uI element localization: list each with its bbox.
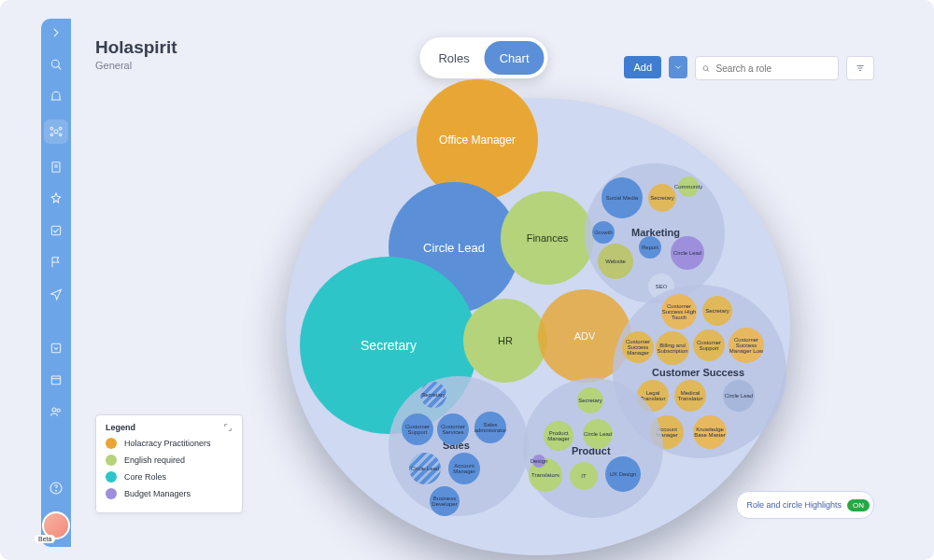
product-role[interactable]: UX Design [605, 456, 641, 492]
sales-role[interactable]: Customer Services [437, 413, 469, 445]
breadcrumb[interactable]: General [95, 60, 177, 71]
role-finances[interactable]: Finances [501, 191, 594, 285]
svg-point-14 [52, 408, 56, 412]
search-icon[interactable] [48, 56, 64, 73]
svg-point-17 [56, 490, 57, 491]
legend-title: Legend [106, 423, 233, 432]
role-hr[interactable]: HR [463, 299, 547, 383]
cs-role[interactable]: Knowledge Base Master [693, 415, 727, 449]
legend-item[interactable]: Core Roles [106, 471, 233, 483]
label-marketing: Marketing [631, 227, 680, 238]
cs-role[interactable]: Customer Success High Touch [661, 294, 697, 329]
send-icon[interactable] [48, 286, 64, 302]
product-role[interactable]: Secretary [577, 387, 603, 413]
role-office-manager[interactable]: Office Manager [417, 79, 538, 201]
swatch-icon [106, 471, 117, 483]
sales-role[interactable]: Sales administrator [474, 412, 506, 443]
sales-role[interactable]: Business Developer [430, 486, 460, 516]
swatch-icon [106, 438, 117, 449]
circle-product[interactable]: Product Secretary Product Manager Circle… [523, 378, 663, 518]
flag-icon[interactable] [48, 254, 64, 271]
svg-rect-10 [51, 226, 60, 234]
page-title: Holaspirit [95, 37, 177, 58]
members-icon[interactable] [48, 403, 64, 420]
download-icon[interactable] [48, 340, 64, 357]
svg-point-5 [50, 133, 53, 136]
sales-role[interactable]: Customer Support [402, 413, 433, 445]
checkbox-icon[interactable] [48, 222, 64, 239]
sales-role[interactable]: Circle Lead [409, 453, 441, 484]
swatch-icon [106, 455, 117, 466]
cs-role[interactable]: Medical Translator [674, 380, 706, 412]
sales-role[interactable]: Account Manager [448, 453, 480, 484]
swatch-icon [106, 488, 117, 499]
svg-rect-11 [51, 343, 60, 352]
marketing-role[interactable]: Community [678, 176, 699, 197]
svg-rect-12 [51, 376, 60, 385]
bell-icon[interactable] [48, 88, 64, 105]
calendar-icon[interactable] [48, 371, 64, 388]
cs-role[interactable]: Customer Support [693, 329, 725, 361]
marketing-role[interactable]: Social Media [601, 177, 643, 218]
user-avatar[interactable]: Beta [42, 511, 70, 539]
svg-point-2 [54, 130, 58, 133]
product-role[interactable]: IT [570, 462, 598, 490]
org-chart-icon[interactable] [44, 119, 68, 144]
svg-line-1 [58, 66, 61, 69]
legend-card: Legend Holacracy Practitioners English r… [95, 414, 243, 513]
sales-role[interactable]: Secretary [420, 382, 446, 408]
main-panel: Holaspirit General Roles Chart Add Offic… [71, 19, 897, 541]
cs-role[interactable]: Circle Lead [723, 380, 755, 412]
document-icon[interactable] [48, 159, 64, 175]
goals-icon[interactable] [48, 190, 64, 207]
marketing-role[interactable]: Website [598, 244, 633, 279]
cs-role[interactable]: Secretary [702, 296, 732, 326]
collapse-icon[interactable] [48, 24, 64, 41]
legend-item[interactable]: English required [106, 455, 233, 466]
svg-point-3 [50, 127, 53, 130]
legend-item[interactable]: Holacracy Practitioners [106, 438, 233, 449]
svg-point-4 [59, 127, 62, 130]
cs-role[interactable]: Customer Success Manager Low [729, 328, 764, 363]
svg-point-15 [57, 409, 60, 412]
circle-sales[interactable]: Sales Secretary Customer Support Custome… [389, 376, 529, 516]
marketing-role[interactable]: Circle Lead [671, 236, 704, 270]
product-role[interactable]: Product Manager [544, 421, 573, 451]
circle-marketing[interactable]: Marketing Social Media Secretary Growth … [585, 163, 725, 303]
page-header: Holaspirit General [95, 37, 177, 71]
help-icon[interactable] [48, 480, 64, 497]
product-role[interactable]: Design [532, 455, 545, 468]
toggle-state: ON [847, 499, 870, 511]
expand-icon[interactable] [223, 423, 233, 432]
highlights-toggle[interactable]: Role and circle Highlights ON [736, 491, 874, 519]
marketing-role[interactable]: Growth [592, 221, 615, 244]
cs-role[interactable]: Customer Success Manager [622, 331, 654, 363]
svg-point-6 [59, 133, 62, 136]
app-sidebar: Beta [41, 19, 71, 547]
cs-role[interactable]: Billing and Subscription [656, 331, 689, 365]
label-customer-success: Customer Success [652, 367, 744, 378]
marketing-role[interactable]: Report [639, 236, 661, 259]
product-role[interactable]: Circle Lead [583, 419, 613, 449]
circle-diagram[interactable]: Office Manager Circle Lead Secretary Fin… [220, 70, 865, 555]
legend-item[interactable]: Budget Managers [106, 488, 233, 499]
toggle-label: Role and circle Highlights [746, 500, 842, 510]
beta-badge: Beta [35, 535, 55, 543]
marketing-role[interactable]: Secretary [648, 184, 676, 212]
